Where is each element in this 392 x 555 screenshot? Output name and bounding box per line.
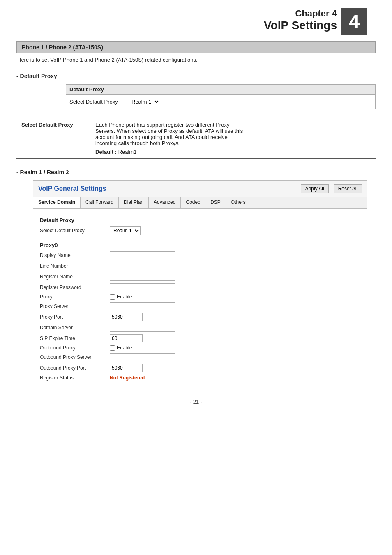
page-number: - 21 - (190, 399, 202, 405)
desc-line-1: Each Phone port has support register two… (95, 122, 371, 128)
proxy-label: Proxy (40, 294, 110, 300)
form-proxy0-label: Proxy0 (40, 242, 360, 248)
select-default-proxy-select[interactable]: Realm 1 Realm 2 (110, 226, 141, 235)
outbound-proxy-label: Outbound Proxy (40, 345, 110, 351)
desc-table-content: Each Phone port has support register two… (90, 118, 376, 159)
outbound-proxy-value: Enable (110, 345, 132, 351)
proxy-enable-checkbox[interactable] (110, 294, 115, 300)
sip-expire-input[interactable] (110, 334, 143, 342)
apply-all-button[interactable]: Apply All (301, 184, 329, 193)
domain-server-label: Domain Server (40, 325, 110, 331)
mini-table-row: Select Default Proxy Realm 1 Realm 2 (66, 95, 375, 109)
default-value: Realm1 (118, 149, 137, 155)
form-row-outbound-proxy-port: Outbound Proxy Port (40, 363, 360, 373)
line-number-input[interactable] (110, 262, 175, 270)
display-name-label: Display Name (40, 252, 110, 258)
tab-service-domain[interactable]: Service Domain (33, 197, 81, 208)
tab-advanced[interactable]: Advanced (149, 197, 181, 208)
default-label: Default : (95, 149, 117, 155)
form-row-outbound-proxy: Outbound Proxy Enable (40, 344, 360, 352)
section-title: Phone 1 / Phone 2 (ATA-150S) (22, 44, 103, 51)
tab-call-forward[interactable]: Call Forward (81, 197, 119, 208)
form-row-outbound-proxy-server: Outbound Proxy Server (40, 352, 360, 363)
desc-line-4: incoming calls through both Proxys. (95, 140, 371, 146)
voip-panel: VoIP General Settings Apply All Reset Al… (33, 180, 367, 386)
realm-select[interactable]: Realm 1 Realm 2 (128, 97, 160, 106)
chapter-number-box: 4 (341, 8, 367, 35)
outbound-proxy-server-input[interactable] (110, 353, 175, 361)
form-row-domain-server: Domain Server (40, 322, 360, 333)
register-status-text: Not Registered (110, 375, 145, 381)
desc-table-label: Select Default Proxy (16, 118, 90, 159)
panel-body: Default Proxy Select Default Proxy Realm… (33, 209, 367, 386)
register-status-value: Not Registered (110, 375, 145, 381)
display-name-value (110, 251, 175, 259)
register-name-value (110, 273, 175, 281)
form-row-proxy: Proxy Enable (40, 293, 360, 301)
chapter-label: Chapter 4 (264, 8, 337, 19)
default-proxy-table-wrapper: Default Proxy Select Default Proxy Realm… (66, 84, 376, 109)
outbound-proxy-port-label: Outbound Proxy Port (40, 365, 110, 371)
form-row-line-number: Line Number (40, 261, 360, 271)
form-default-proxy-label: Default Proxy (40, 217, 360, 223)
form-row-proxy-server: Proxy Server (40, 301, 360, 312)
page-footer: - 21 - (16, 399, 376, 405)
form-row-register-status: Register Status Not Registered (40, 373, 360, 382)
select-default-proxy-value: Realm 1 Realm 2 (110, 226, 141, 235)
outbound-proxy-server-value (110, 353, 175, 361)
select-default-proxy-label: Select Default Proxy (69, 99, 123, 105)
outbound-proxy-server-label: Outbound Proxy Server (40, 354, 110, 360)
register-name-input[interactable] (110, 273, 175, 281)
proxy-port-value (110, 313, 143, 321)
reset-all-button[interactable]: Reset All (334, 184, 362, 193)
outbound-proxy-enable-label: Enable (117, 345, 132, 351)
outbound-proxy-port-value (110, 364, 143, 372)
voip-panel-title: VoIP General Settings (38, 185, 296, 192)
outbound-proxy-checkbox-row: Enable (110, 345, 132, 351)
form-row-display-name: Display Name (40, 250, 360, 261)
voip-panel-header: VoIP General Settings Apply All Reset Al… (33, 181, 367, 197)
form-row-proxy-port: Proxy Port (40, 312, 360, 322)
register-name-label: Register Name (40, 274, 110, 280)
desc-line-2: Servers. When select one of Proxy as def… (95, 128, 371, 134)
register-password-input[interactable] (110, 283, 175, 291)
tab-dial-plan[interactable]: Dial Plan (119, 197, 149, 208)
proxy-enable-label: Enable (117, 294, 132, 300)
section-description: Here is to set VoIP Phone 1 and Phone 2 … (16, 57, 376, 63)
display-name-input[interactable] (110, 251, 175, 259)
form-row-register-name: Register Name (40, 271, 360, 282)
form-row-select-default-proxy: Select Default Proxy Realm 1 Realm 2 (40, 225, 360, 236)
default-proxy-heading: - Default Proxy (16, 73, 376, 79)
desc-line-3: account for making outgoing call. And AT… (95, 134, 371, 140)
tab-codec[interactable]: Codec (181, 197, 205, 208)
section-bar: Phone 1 / Phone 2 (ATA-150S) (16, 41, 376, 53)
register-status-label: Register Status (40, 375, 110, 381)
domain-server-input[interactable] (110, 324, 175, 332)
form-row-register-password: Register Password (40, 282, 360, 293)
register-password-label: Register Password (40, 284, 110, 290)
outbound-proxy-port-input[interactable] (110, 364, 143, 372)
sip-expire-value (110, 334, 143, 342)
proxy-server-input[interactable] (110, 302, 175, 310)
default-proxy-table: Default Proxy Select Default Proxy Realm… (66, 84, 376, 109)
outbound-proxy-enable-checkbox[interactable] (110, 345, 115, 351)
chapter-text: Chapter 4 VoIP Settings (264, 8, 337, 32)
line-number-value (110, 262, 175, 270)
description-table: Select Default Proxy Each Phone port has… (16, 118, 376, 159)
proxy-checkbox-row: Enable (110, 294, 132, 300)
proxy-server-label: Proxy Server (40, 303, 110, 309)
proxy-port-input[interactable] (110, 313, 143, 321)
tab-others[interactable]: Others (226, 197, 251, 208)
tabs-row: Service Domain Call Forward Dial Plan Ad… (33, 197, 367, 209)
tab-dsp[interactable]: DSP (205, 197, 226, 208)
proxy-value: Enable (110, 294, 132, 300)
chapter-number: 4 (349, 10, 360, 33)
realm-section-heading: - Realm 1 / Realm 2 (16, 169, 376, 176)
chapter-header: Chapter 4 VoIP Settings 4 (16, 8, 376, 35)
domain-server-value (110, 324, 175, 332)
chapter-title: VoIP Settings (264, 19, 337, 32)
proxy-port-label: Proxy Port (40, 314, 110, 320)
desc-table-row: Select Default Proxy Each Phone port has… (16, 118, 376, 159)
line-number-label: Line Number (40, 263, 110, 269)
form-row-sip-expire: SIP Expire Time (40, 333, 360, 344)
